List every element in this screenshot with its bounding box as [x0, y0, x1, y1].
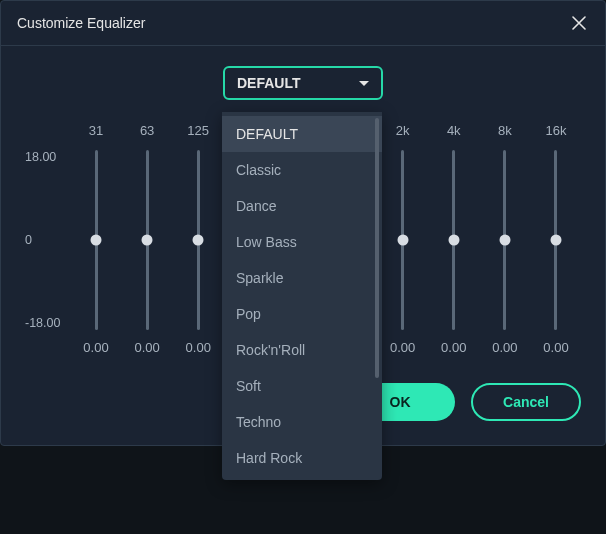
band-value: 0.00 [492, 340, 517, 355]
preset-select[interactable]: DEFAULT [223, 66, 383, 100]
band-125: 1250.00 [173, 118, 223, 355]
band-slider[interactable] [444, 150, 464, 330]
preset-option[interactable]: Dance [222, 188, 382, 224]
band-value: 0.00 [441, 340, 466, 355]
dropdown-scrollbar[interactable] [375, 118, 379, 378]
slider-thumb[interactable] [193, 235, 204, 246]
titlebar: Customize Equalizer [1, 1, 605, 46]
slider-thumb[interactable] [91, 235, 102, 246]
cancel-button[interactable]: Cancel [471, 383, 581, 421]
band-slider[interactable] [393, 150, 413, 330]
band-8k: 8k0.00 [480, 118, 530, 355]
slider-thumb[interactable] [448, 235, 459, 246]
band-value: 0.00 [83, 340, 108, 355]
band-slider[interactable] [137, 150, 157, 330]
band-2k: 2k0.00 [378, 118, 428, 355]
close-button[interactable] [569, 13, 589, 33]
band-value: 0.00 [390, 340, 415, 355]
preset-option[interactable]: Sparkle [222, 260, 382, 296]
band-value: 0.00 [543, 340, 568, 355]
preset-row: DEFAULT [25, 66, 581, 100]
dialog-title: Customize Equalizer [17, 15, 145, 31]
preset-option[interactable]: Pop [222, 296, 382, 332]
chevron-down-icon [359, 81, 369, 86]
y-max: 18.00 [25, 150, 69, 164]
band-slider[interactable] [495, 150, 515, 330]
close-icon [572, 16, 586, 30]
slider-thumb[interactable] [397, 235, 408, 246]
slider-thumb[interactable] [142, 235, 153, 246]
band-value: 0.00 [134, 340, 159, 355]
band-4k: 4k0.00 [429, 118, 479, 355]
band-16k: 16k0.00 [531, 118, 581, 355]
preset-option[interactable]: Classic [222, 152, 382, 188]
band-freq-label: 4k [447, 118, 461, 142]
y-min: -18.00 [25, 316, 69, 330]
band-slider[interactable] [188, 150, 208, 330]
y-mid: 0 [25, 233, 69, 247]
preset-selected-label: DEFAULT [237, 75, 301, 91]
band-slider[interactable] [546, 150, 566, 330]
band-31: 310.00 [71, 118, 121, 355]
preset-option[interactable]: Low Bass [222, 224, 382, 260]
band-slider[interactable] [86, 150, 106, 330]
slider-thumb[interactable] [499, 235, 510, 246]
band-freq-label: 16k [546, 118, 567, 142]
preset-option[interactable]: Rock'n'Roll [222, 332, 382, 368]
band-freq-label: 63 [140, 118, 154, 142]
preset-option[interactable]: DEFAULT [222, 116, 382, 152]
preset-option[interactable]: Techno [222, 404, 382, 440]
preset-option[interactable]: Hard Rock [222, 440, 382, 476]
band-freq-label: 125 [187, 118, 209, 142]
band-freq-label: 8k [498, 118, 512, 142]
preset-option[interactable]: Soft [222, 368, 382, 404]
slider-thumb[interactable] [550, 235, 561, 246]
band-value: 0.00 [186, 340, 211, 355]
band-freq-label: 2k [396, 118, 410, 142]
band-freq-label: 31 [89, 118, 103, 142]
band-63: 630.00 [122, 118, 172, 355]
y-axis-labels: 18.00 0 -18.00 [25, 150, 69, 330]
preset-dropdown: DEFAULTClassicDanceLow BassSparklePopRoc… [222, 112, 382, 480]
